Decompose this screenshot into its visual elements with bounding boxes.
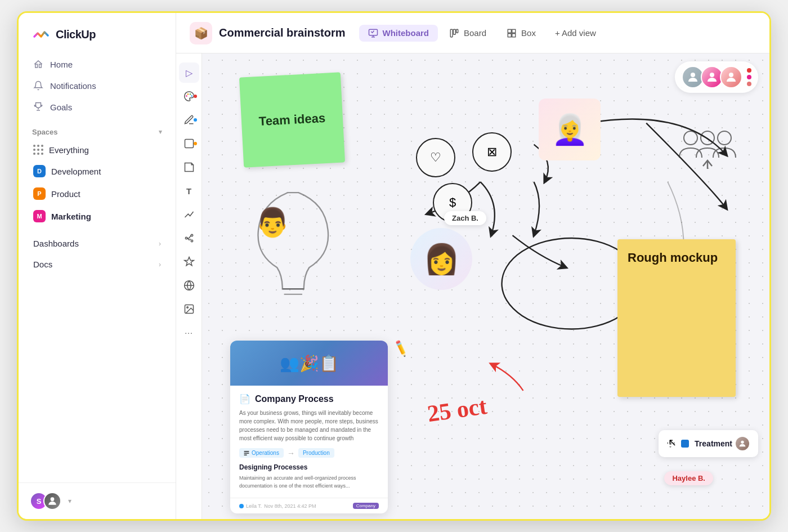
- document-card[interactable]: 👥🎉📋 📄 Company Process As your business g…: [230, 341, 388, 513]
- workflow-from-label: Operations: [252, 450, 279, 456]
- tab-board[interactable]: Board: [440, 25, 495, 42]
- tool-sticky[interactable]: [179, 157, 199, 177]
- svg-point-19: [191, 240, 192, 242]
- name-tag-haylee: Haylee B.: [664, 471, 713, 485]
- tool-connector[interactable]: [179, 204, 199, 225]
- svg-rect-11: [512, 33, 516, 37]
- tab-whiteboard[interactable]: Whiteboard: [359, 25, 438, 42]
- sticky-note-yellow[interactable]: Rough mockup: [617, 239, 736, 397]
- tab-box[interactable]: Box: [498, 25, 545, 42]
- text-tool-label: T: [186, 186, 191, 196]
- treatment-person-icon: [738, 439, 747, 448]
- sidebar-item-development[interactable]: D Development: [25, 160, 169, 182]
- tool-ai[interactable]: [179, 252, 199, 272]
- tool-image[interactable]: [179, 299, 199, 319]
- svg-point-14: [189, 93, 191, 95]
- sticky-yellow-text: Rough mockup: [628, 251, 718, 265]
- doc-icon: 📄: [239, 394, 250, 404]
- svg-rect-7: [456, 29, 458, 33]
- doc-author: Leila T.: [246, 503, 262, 509]
- sidebar: ClickUp Home Notifications Goals Spaces …: [19, 13, 176, 519]
- doc-footer-info: Leila T. Nov 8th, 2021 4:42 PM: [239, 503, 316, 509]
- docs-label-group: Docs: [33, 260, 52, 269]
- svg-point-17: [185, 237, 187, 239]
- person-middle-emoji: 👩: [423, 242, 460, 276]
- page-title: Commercial brainstorm: [219, 26, 346, 39]
- svg-rect-1: [35, 64, 38, 68]
- people-illustration: 👥🎉📋: [280, 354, 339, 373]
- workflow-prod: Production: [298, 448, 334, 458]
- svg-rect-28: [244, 453, 249, 453]
- sidebar-item-docs[interactable]: Docs ›: [25, 254, 169, 275]
- spaces-chevron-icon: ▾: [159, 128, 162, 136]
- person-top-emoji: 👩‍🦳: [552, 113, 588, 147]
- svg-point-22: [186, 307, 188, 309]
- status-dot-red: [747, 68, 751, 73]
- user-avatars: S: [30, 492, 61, 510]
- add-view-button[interactable]: + Add view: [547, 25, 604, 41]
- tool-text[interactable]: T: [179, 181, 199, 201]
- treatment-label: Treatment: [695, 439, 732, 448]
- haylee-label: Haylee B.: [672, 474, 705, 482]
- treatment-avatar: [735, 436, 750, 451]
- sticky-note-green[interactable]: Team ideas: [239, 72, 345, 167]
- pencil-cursor: ✏️: [391, 339, 410, 358]
- doc-header: 👥🎉📋: [230, 341, 388, 386]
- tool-integration[interactable]: [179, 228, 199, 248]
- sidebar-item-goals[interactable]: Goals: [25, 96, 169, 118]
- sidebar-docs-label: Docs: [33, 260, 52, 269]
- sidebar-item-marketing[interactable]: M Marketing: [25, 205, 169, 227]
- tool-more[interactable]: ···: [179, 323, 199, 343]
- mouse-cursor: ↖: [668, 436, 677, 449]
- sidebar-item-notifications[interactable]: Notifications: [25, 75, 169, 96]
- collaborator-avatar-3: [720, 66, 742, 88]
- topbar-title-group: 📦 Commercial brainstorm: [190, 22, 346, 44]
- sidebar-item-home[interactable]: Home: [25, 53, 169, 75]
- whiteboard-canvas[interactable]: Team ideas ♡ ⊠ $ 👩‍🦳 👩 👨: [202, 53, 769, 519]
- doc-badge: Company: [353, 503, 379, 509]
- sidebar-goals-label: Goals: [50, 102, 72, 112]
- avatar-status-dots: [747, 68, 751, 86]
- sidebar-item-product[interactable]: P Product: [25, 182, 169, 205]
- marketing-badge: M: [33, 210, 46, 222]
- svg-rect-16: [185, 140, 193, 148]
- sidebar-item-everything[interactable]: Everything: [25, 140, 169, 160]
- spaces-section-header[interactable]: Spaces ▾: [19, 118, 176, 140]
- main-nav: Home Notifications Goals: [19, 53, 176, 118]
- home-icon: [33, 59, 43, 69]
- tool-shape[interactable]: [179, 133, 199, 154]
- workflow-list-icon: [244, 450, 249, 456]
- tab-whiteboard-label: Whiteboard: [383, 28, 429, 38]
- logo-text: ClickUp: [56, 28, 96, 41]
- sidebar-item-dashboards[interactable]: Dashboards ›: [25, 233, 169, 254]
- connector-icon: [183, 209, 195, 220]
- svg-point-33: [684, 131, 697, 145]
- pen-icon: [183, 114, 195, 126]
- more-tool-label: ···: [185, 328, 193, 337]
- date-annotation-text: 25 oct: [426, 393, 489, 427]
- tool-globe[interactable]: [179, 275, 199, 296]
- person-sign-photo: 👨: [247, 194, 298, 251]
- ai-icon: [183, 256, 195, 267]
- avatar-person-icon: [686, 70, 700, 84]
- sidebar-dashboards-label: Dashboards: [33, 239, 79, 248]
- tool-pen[interactable]: [179, 110, 199, 130]
- doc-subtext: Maintaining an accurate and well-organiz…: [239, 475, 379, 490]
- logo-area[interactable]: ClickUp: [19, 13, 176, 53]
- add-view-label: + Add view: [555, 28, 596, 38]
- tool-select[interactable]: ▷: [179, 62, 199, 83]
- topbar-tabs: Whiteboard Board Box + Add view: [359, 13, 604, 53]
- doc-body: 📄 Company Process As your business grows…: [230, 386, 388, 498]
- topbar-icon-box: 📦: [190, 22, 212, 44]
- people-group-svg: [674, 127, 741, 172]
- workflow-to-label: Production: [303, 450, 330, 456]
- tool-palette[interactable]: [179, 86, 199, 106]
- svg-point-32: [729, 73, 733, 77]
- svg-rect-9: [512, 29, 516, 33]
- topbar: 📦 Commercial brainstorm Whiteboard Board…: [176, 13, 769, 53]
- palette-dot: [194, 95, 197, 98]
- svg-rect-29: [244, 454, 247, 455]
- grid-icon: [33, 145, 43, 155]
- collaboration-avatars: [675, 61, 758, 93]
- zach-label: Zach B.: [452, 214, 478, 222]
